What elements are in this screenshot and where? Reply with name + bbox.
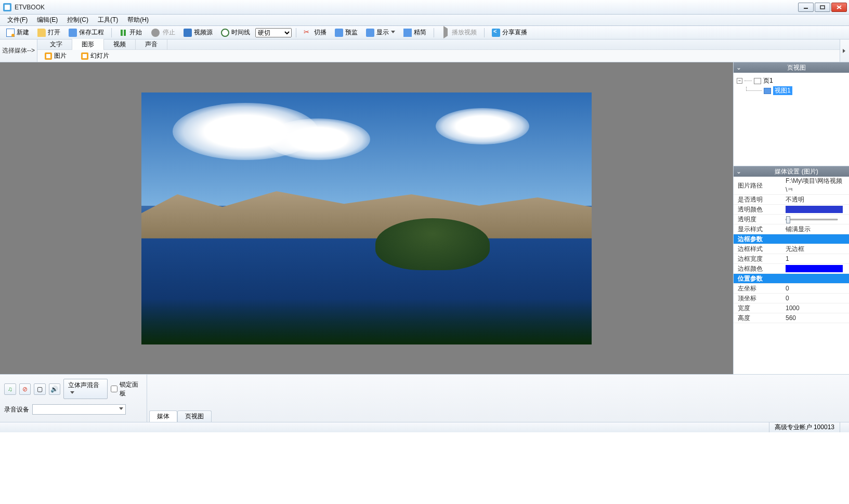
list-icon bbox=[403, 29, 412, 37]
timeline-button[interactable]: 时间线 bbox=[218, 27, 253, 38]
tree-toggle-icon[interactable]: − bbox=[737, 78, 742, 84]
collapse-icon[interactable]: ⌄ bbox=[734, 64, 744, 71]
compact-button[interactable]: 精简 bbox=[400, 27, 429, 38]
menu-file[interactable]: 文件(F) bbox=[3, 15, 32, 25]
menu-edit[interactable]: 编辑(E) bbox=[33, 15, 62, 25]
new-icon bbox=[6, 29, 15, 37]
video-source-button[interactable]: 视频源 bbox=[180, 27, 216, 38]
audio-btn-2[interactable]: ⊘ bbox=[19, 383, 31, 395]
play-video-button[interactable]: 播放视频 bbox=[438, 27, 480, 38]
cut-button[interactable]: 切播 bbox=[301, 27, 330, 38]
open-button[interactable]: 打开 bbox=[34, 27, 63, 38]
media-settings-panel: ⌄ 媒体设置 (图片) 图片路径F:\My\项目\网络视频\ㅋ 是否透明不透明 … bbox=[734, 166, 849, 374]
prop-border-color[interactable]: 边框颜色 bbox=[734, 264, 849, 274]
section-position: 位置参数 bbox=[734, 274, 849, 284]
menu-tools[interactable]: 工具(T) bbox=[94, 15, 122, 25]
prop-top[interactable]: 顶坐标0 bbox=[734, 294, 849, 303]
new-button[interactable]: 新建 bbox=[3, 27, 32, 38]
prop-height[interactable]: 高度560 bbox=[734, 313, 849, 323]
status-bar: 高级专业帐户 100013 bbox=[0, 422, 849, 432]
title-bar: ETVBOOK bbox=[0, 0, 849, 15]
record-device-select[interactable] bbox=[32, 404, 126, 415]
preview-button[interactable]: 预监 bbox=[332, 27, 361, 38]
bottom-panel: ♫ ⊘ ▢ 🔊 立体声混音 锁定面板 录音设备 媒体 页视图 bbox=[0, 374, 849, 422]
prop-transparent-color[interactable]: 透明颜色 bbox=[734, 205, 849, 215]
prop-border-style[interactable]: 边框样式无边框 bbox=[734, 244, 849, 254]
tab-shape[interactable]: 图形 bbox=[72, 39, 104, 50]
app-title: ETVBOOK bbox=[15, 4, 798, 11]
media-settings-header: ⌄ 媒体设置 (图片) bbox=[734, 166, 849, 177]
image-icon bbox=[764, 88, 771, 94]
chevron-down-icon bbox=[391, 31, 395, 35]
status-resize-grip[interactable] bbox=[840, 422, 849, 432]
maximize-button[interactable] bbox=[815, 3, 830, 12]
menu-help[interactable]: 帮助(H) bbox=[123, 15, 153, 25]
right-column: ⌄ 页视图 − 页1 视图1 ⌄ 媒体设置 bbox=[734, 62, 849, 374]
media-tabs-container: 文字 图形 视频 声音 图片 幻灯片 bbox=[37, 39, 840, 62]
bottom-tab-page-view[interactable]: 页视图 bbox=[177, 410, 212, 422]
transition-select[interactable]: 硬切 bbox=[255, 28, 292, 37]
minimize-button[interactable] bbox=[798, 3, 814, 12]
chevron-down-icon bbox=[70, 391, 74, 395]
prop-opacity[interactable]: 透明度 bbox=[734, 215, 849, 224]
menu-control[interactable]: 控制(C) bbox=[63, 15, 93, 25]
tab-text[interactable]: 文字 bbox=[41, 39, 72, 50]
bottom-tab-media[interactable]: 媒体 bbox=[149, 410, 177, 422]
media-expand-button[interactable] bbox=[840, 39, 849, 62]
chevron-down-icon bbox=[843, 49, 847, 53]
record-device-row: 录音设备 bbox=[4, 404, 142, 415]
stop-button[interactable]: 停止 bbox=[147, 26, 178, 39]
canvas-area[interactable] bbox=[0, 62, 734, 374]
sub-image-label: 图片 bbox=[54, 51, 67, 60]
canvas-image[interactable] bbox=[141, 92, 592, 344]
color-swatch bbox=[786, 265, 843, 272]
tab-video[interactable]: 视频 bbox=[104, 39, 136, 50]
stereo-mix-button[interactable]: 立体声混音 bbox=[63, 379, 108, 399]
audio-btn-1[interactable]: ♫ bbox=[4, 383, 16, 395]
page-tree-body: − 页1 视图1 bbox=[734, 73, 849, 99]
tree-row-item[interactable]: 视图1 bbox=[737, 86, 846, 96]
start-button[interactable]: 开始 bbox=[116, 27, 145, 38]
toolbar: 新建 打开 保存工程 开始 停止 视频源 时间线 硬切 切播 预监 显示 精简 … bbox=[0, 26, 849, 39]
compact-label: 精简 bbox=[414, 28, 426, 37]
prop-border-width[interactable]: 边框宽度1 bbox=[734, 254, 849, 264]
share-icon bbox=[492, 29, 500, 37]
image-icon bbox=[45, 52, 52, 60]
prop-is-transparent[interactable]: 是否透明不透明 bbox=[734, 195, 849, 205]
tree-row-root[interactable]: − 页1 bbox=[737, 76, 846, 86]
prop-image-path[interactable]: 图片路径F:\My\项目\网络视频\ㅋ bbox=[734, 177, 849, 195]
bottom-right-panel: 媒体 页视图 bbox=[147, 375, 849, 422]
page-tree-header: ⌄ 页视图 bbox=[734, 62, 849, 73]
media-selector-label: 选择媒体--> bbox=[0, 39, 37, 62]
display-button[interactable]: 显示 bbox=[363, 27, 398, 38]
slider-thumb[interactable] bbox=[786, 216, 790, 223]
prop-display-style[interactable]: 显示样式铺满显示 bbox=[734, 224, 849, 234]
slide-icon bbox=[81, 52, 88, 60]
clock-icon bbox=[221, 29, 229, 37]
opacity-slider[interactable] bbox=[786, 219, 838, 220]
lock-panel-input[interactable] bbox=[111, 386, 117, 392]
block-icon: ⊘ bbox=[22, 386, 28, 393]
sub-slide-button[interactable]: 幻灯片 bbox=[78, 50, 112, 61]
cut-icon bbox=[304, 29, 312, 37]
prop-left[interactable]: 左坐标0 bbox=[734, 284, 849, 294]
status-account: 高级专业帐户 100013 bbox=[769, 422, 840, 432]
svg-rect-1 bbox=[820, 6, 825, 9]
close-button[interactable] bbox=[831, 3, 847, 12]
save-project-button[interactable]: 保存工程 bbox=[66, 27, 107, 38]
media-sub-row: 图片 幻灯片 bbox=[37, 50, 840, 62]
color-swatch bbox=[786, 206, 843, 213]
collapse-icon[interactable]: ⌄ bbox=[734, 168, 744, 175]
sub-image-button[interactable]: 图片 bbox=[42, 50, 70, 61]
share-live-button[interactable]: 分享直播 bbox=[489, 27, 530, 38]
tab-sound[interactable]: 声音 bbox=[136, 39, 167, 50]
audio-buttons-row: ♫ ⊘ ▢ 🔊 立体声混音 锁定面板 bbox=[4, 379, 142, 399]
display-label: 显示 bbox=[376, 28, 389, 37]
window-buttons bbox=[798, 3, 847, 12]
video-source-label: 视频源 bbox=[194, 28, 213, 37]
prop-width[interactable]: 宽度1000 bbox=[734, 303, 849, 313]
audio-btn-3[interactable]: ▢ bbox=[34, 383, 46, 395]
cut-label: 切播 bbox=[314, 28, 326, 37]
audio-btn-4[interactable]: 🔊 bbox=[49, 383, 61, 395]
lock-panel-checkbox[interactable]: 锁定面板 bbox=[111, 380, 142, 398]
